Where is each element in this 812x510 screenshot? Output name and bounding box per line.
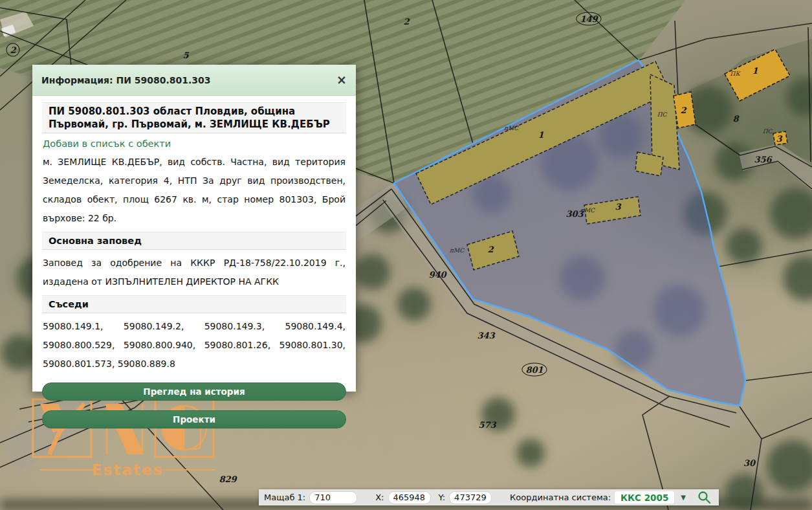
add-to-list-link[interactable]: Добави в списък с обекти — [43, 139, 346, 149]
search-icon[interactable] — [697, 491, 711, 504]
main-order-text: Заповед за одобрение на КККР РД-18-758/2… — [43, 254, 346, 291]
x-input[interactable] — [388, 491, 431, 504]
projects-button[interactable]: Проекти — [42, 410, 346, 428]
close-icon[interactable]: × — [336, 74, 347, 86]
crs-select[interactable]: ККС 2005 — [615, 491, 674, 504]
crs-label: Координатна система: — [510, 493, 611, 502]
map-viewport[interactable]: 214980125835694034357330267829303123123п… — [0, 0, 812, 510]
scale-input[interactable] — [309, 491, 357, 504]
section-neighbors-title: Съседи — [42, 295, 346, 313]
history-button[interactable]: Преглед на история — [42, 382, 346, 401]
logo-subtext: Estates — [92, 461, 163, 478]
x-label: X: — [375, 493, 384, 502]
panel-header-title: Информация: ПИ 59080.801.303 — [41, 75, 211, 85]
scale-label: Мащаб 1: — [264, 493, 305, 502]
info-panel: Информация: ПИ 59080.801.303 × ПИ 59080.… — [32, 65, 356, 392]
map-toolbar: Мащаб 1: X: Y: Координатна система: ККС … — [259, 489, 719, 505]
crs-value: ККС 2005 — [620, 493, 668, 503]
panel-body: ПИ 59080.801.303 област Пловдив, община … — [32, 96, 356, 428]
chevron-down-icon[interactable]: ▼ — [681, 494, 686, 501]
parcel-title: ПИ 59080.801.303 област Пловдив, община … — [42, 102, 346, 133]
neighbors-text: 59080.149.1, 59080.149.2, 59080.149.3, 5… — [43, 317, 346, 373]
section-main-order-title: Основна заповед — [42, 232, 346, 250]
y-input[interactable] — [449, 491, 492, 504]
parcel-description: м. ЗЕМЛИЩЕ КВ.ДЕБЪР, вид собств. Частна,… — [43, 153, 346, 228]
panel-header: Информация: ПИ 59080.801.303 × — [32, 65, 356, 96]
y-label: Y: — [439, 493, 446, 502]
